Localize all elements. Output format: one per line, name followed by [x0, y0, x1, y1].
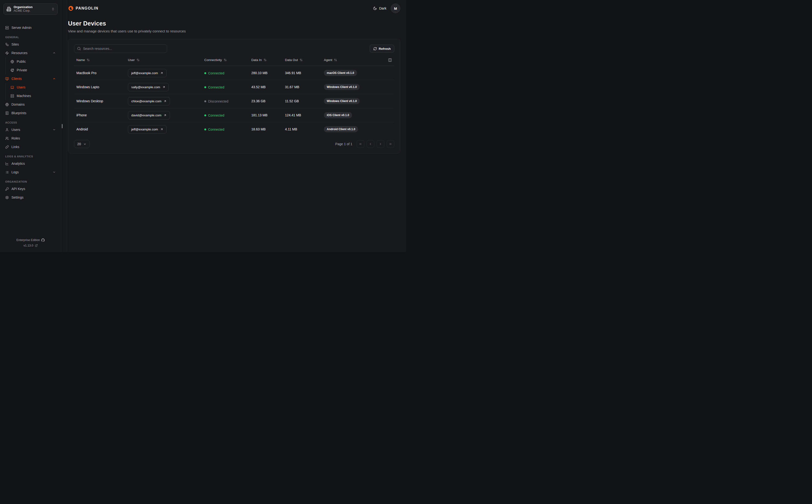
search-input[interactable] [83, 47, 164, 51]
data-in-value: 43.52 MB [251, 85, 285, 89]
org-selector[interactable]: Organization ACME Corp. [3, 3, 58, 15]
sidebar: Organization ACME Corp. Server Admin GEN… [0, 0, 61, 252]
page-subtitle: View and manage devices that users use t… [68, 29, 400, 33]
sidebar-item-users[interactable]: Users [3, 125, 58, 134]
users-icon [5, 137, 9, 140]
column-visibility-button[interactable] [385, 58, 392, 62]
sidebar-item-settings[interactable]: Settings [3, 193, 58, 202]
user-link[interactable]: david@example.com [128, 111, 170, 119]
server-icon [10, 94, 14, 98]
section-title-access: ACCESS [5, 121, 56, 124]
status-dot [204, 100, 206, 102]
sidebar-item-blueprints[interactable]: Blueprints [3, 109, 58, 117]
sidebar-item-roles[interactable]: Roles [3, 134, 58, 143]
user-link[interactable]: jeff@example.com [128, 125, 166, 134]
previous-page-button[interactable] [367, 140, 374, 148]
org-selector-value: ACME Corp. [14, 9, 49, 13]
list-icon [5, 170, 9, 174]
brand-name: PANGOLIN [76, 6, 98, 10]
brand[interactable]: PANGOLIN [68, 6, 98, 11]
edition-line[interactable]: Enterprise Edition [2, 237, 59, 243]
github-icon [41, 238, 45, 242]
status-badge: Disconnected [204, 99, 229, 103]
sidebar-item-analytics[interactable]: Analytics [3, 159, 58, 168]
status-badge: Connected [204, 128, 225, 131]
table-row: Windows Desktop chloe@example.com Discon… [74, 94, 394, 108]
sidebar-item-resources[interactable]: Resources [3, 49, 58, 57]
next-page-button[interactable] [377, 140, 384, 148]
column-header-user[interactable]: User [128, 58, 204, 62]
arrow-up-right-icon [162, 86, 165, 89]
search-box [74, 44, 167, 53]
page-size-select[interactable]: 20 [74, 140, 90, 148]
last-page-button[interactable] [387, 140, 394, 148]
data-in-value: 18.63 MB [251, 127, 285, 131]
device-name: iPhone [76, 113, 128, 117]
user-link[interactable]: chloe@example.com [128, 97, 170, 105]
column-header-data-out[interactable]: Data Out [285, 58, 324, 62]
device-name: Windows Desktop [76, 99, 128, 103]
laptop-icon [10, 86, 14, 89]
sidebar-item-server-admin[interactable]: Server Admin [3, 23, 58, 32]
status-badge: Connected [204, 85, 225, 89]
chevron-up-icon [52, 51, 56, 55]
sidebar-item-public[interactable]: Public [9, 57, 58, 66]
column-header-data-in[interactable]: Data In [251, 58, 285, 62]
sidebar-item-private[interactable]: Private [9, 66, 58, 74]
agent-badge: iOS Client v0.1.0 [324, 112, 352, 118]
table-header-row: Name User Connectivity Data In Data Out [74, 54, 394, 66]
column-header-name[interactable]: Name [76, 58, 128, 62]
chevrons-right-icon [389, 142, 392, 146]
data-out-value: 31.67 MB [285, 85, 324, 89]
table-row: Windows Lapto sally@example.com Connecte… [74, 80, 394, 94]
agent-badge: macOS Client v0.1.0 [324, 70, 357, 76]
chevron-down-icon [52, 128, 56, 131]
globe-icon [10, 60, 14, 63]
receipt-icon [5, 111, 9, 115]
chevrons-left-icon [359, 142, 362, 146]
theme-toggle[interactable]: Dark [373, 6, 386, 10]
server-icon [5, 26, 9, 30]
sidebar-resize-handle[interactable] [62, 124, 62, 128]
version-link[interactable]: v1.13.0 [2, 243, 59, 248]
sort-icon [224, 58, 227, 62]
device-name: MacBook Pro [76, 71, 128, 75]
user-link[interactable]: jeff@example.com [128, 69, 166, 77]
key-icon [5, 187, 9, 191]
sidebar-item-clients[interactable]: Clients [3, 74, 58, 83]
status-dot [204, 72, 206, 74]
refresh-button[interactable]: Refresh [370, 45, 394, 53]
device-name: Android [76, 127, 128, 131]
sidebar-item-domains[interactable]: Domains [3, 100, 58, 109]
sidebar-item-machines[interactable]: Machines [9, 92, 58, 100]
first-page-button[interactable] [357, 140, 364, 148]
building-icon [6, 7, 11, 11]
chevron-down-icon [83, 143, 86, 146]
globe-lock-icon [10, 68, 14, 72]
moon-icon [373, 6, 377, 10]
sidebar-item-links[interactable]: Links [3, 143, 58, 151]
table-row: iPhone david@example.com Connected 181.1… [74, 108, 394, 122]
chevron-down-icon [52, 170, 56, 174]
sidebar-item-api-keys[interactable]: API Keys [3, 185, 58, 193]
section-title-organization: ORGANIZATION [5, 180, 56, 183]
sort-icon [87, 58, 90, 62]
data-out-value: 346.91 MB [285, 71, 324, 75]
agent-badge: Windows Client v0.1.0 [324, 84, 360, 90]
pangolin-logo-icon [68, 6, 73, 11]
org-selector-label: Organization [14, 5, 49, 9]
user-link[interactable]: sally@example.com [128, 83, 169, 91]
avatar[interactable]: M [391, 4, 400, 13]
main-area: PANGOLIN Dark M User Devices View and ma… [67, 0, 406, 252]
data-in-value: 280.10 MB [251, 71, 285, 75]
sidebar-item-client-users[interactable]: Users [9, 83, 58, 92]
sidebar-rail [61, 0, 67, 252]
arrow-up-right-icon [160, 128, 163, 131]
column-header-agent[interactable]: Agent [324, 58, 385, 62]
chevron-up-icon [52, 77, 56, 80]
sidebar-item-logs[interactable]: Logs [3, 168, 58, 176]
column-header-connectivity[interactable]: Connectivity [204, 58, 251, 62]
sidebar-item-sites[interactable]: Sites [3, 40, 58, 49]
sort-icon [264, 58, 267, 62]
sidebar-nav: Server Admin GENERAL Sites Resources Pub… [0, 18, 61, 202]
